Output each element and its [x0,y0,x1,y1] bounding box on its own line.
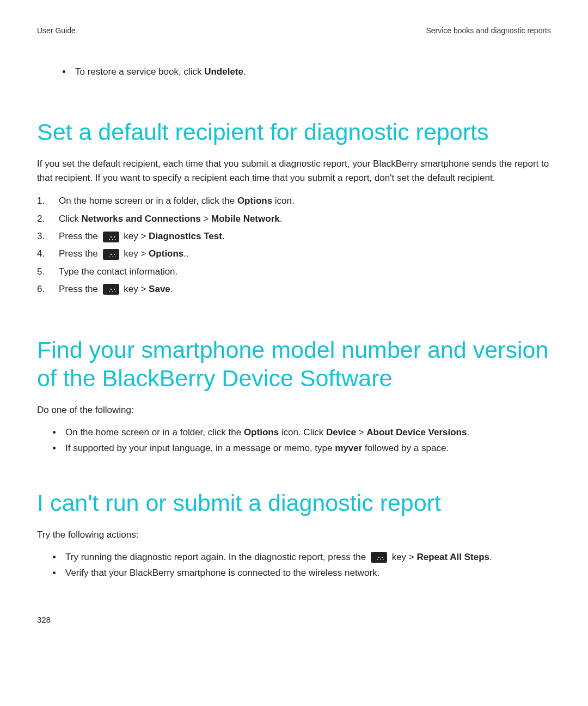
text: .. [183,248,188,259]
section-heading: Set a default recipient for diagnostic r… [37,118,551,147]
paragraph: If you set the default recipient, each t… [37,157,551,185]
header-right: Service books and diagnostic reports [426,26,551,35]
text: On the home screen or in a folder, click… [65,427,244,437]
text: Press the [59,248,101,259]
text: . [280,214,283,224]
text: key > [389,552,417,562]
text: followed by a space. [362,443,449,453]
text: On the home screen or in a folder, click… [59,196,237,206]
bold-text: Options [244,427,279,437]
list-item: Type the contact information. [37,263,551,281]
bold-text: Options [149,248,183,259]
text: icon. [272,196,295,206]
list-item: Verify that your BlackBerry smartphone i… [62,565,551,581]
page-number: 328 [37,615,51,624]
text: icon. Click [279,427,326,437]
list-item: Press the key > Save. [37,281,551,298]
list-item: Press the key > Diagnostics Test. [37,228,551,245]
list-item: To restore a service book, click Undelet… [72,64,551,80]
text: . [489,552,492,562]
text: Verify that your BlackBerry smartphone i… [65,568,379,578]
bold-text: Mobile Network [211,214,280,224]
header-left: User Guide [37,26,76,35]
list-item: On the home screen or in a folder, click… [62,425,551,441]
text: key > [121,284,149,294]
blackberry-key-icon [103,232,119,242]
paragraph: Try the following actions: [37,528,551,542]
text: . [222,231,225,241]
section-heading: I can't run or submit a diagnostic repor… [37,489,551,518]
steps-list: On the home screen or in a folder, click… [37,192,551,298]
bold-text: Save [149,284,170,294]
bold-text: Options [237,196,272,206]
blackberry-key-icon [371,552,387,563]
bold-text: Networks and Connections [82,214,201,224]
text: Click [59,214,82,224]
page: User Guide Service books and diagnostic … [0,0,588,706]
page-header: User Guide Service books and diagnostic … [37,26,551,35]
bold-text: Diagnostics Test [149,231,222,241]
bold-text: About Device Versions [366,427,467,437]
text: . [243,66,246,77]
intro-list: To restore a service book, click Undelet… [37,64,551,80]
text: key > [121,231,149,241]
bullet-list: On the home screen or in a folder, click… [37,425,551,457]
text: To restore a service book, click [75,66,204,77]
bold-text: myver [335,443,362,453]
text: . [170,284,173,294]
text: Try running the diagnostic report again.… [65,552,369,562]
blackberry-key-icon [103,249,119,260]
bullet-list: Try running the diagnostic report again.… [37,550,551,581]
text: Press the [59,231,101,241]
bold-text: Repeat All Steps [416,552,489,562]
list-item: Press the key > Options.. [37,245,551,263]
list-item: If supported by your input language, in … [62,441,551,457]
bold-text: Device [326,427,356,437]
text: > [201,214,211,224]
text: Type the contact information. [59,266,177,277]
text: . [467,427,469,437]
text: Press the [59,284,101,294]
text: If supported by your input language, in … [65,443,335,453]
blackberry-key-icon [103,284,119,295]
list-item: Click Networks and Connections > Mobile … [37,210,551,228]
text: key > [121,248,149,259]
text: > [356,427,366,437]
paragraph: Do one of the following: [37,403,551,417]
list-item: On the home screen or in a folder, click… [37,192,551,210]
bold-text: Undelete [204,66,243,77]
list-item: Try running the diagnostic report again.… [62,550,551,565]
section-heading: Find your smartphone model number and ve… [37,336,551,392]
